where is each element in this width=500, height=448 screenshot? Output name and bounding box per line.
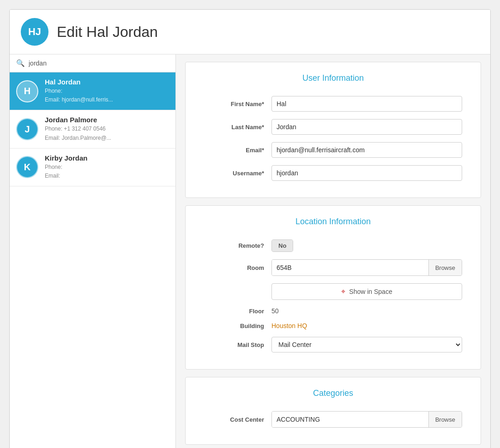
room-input[interactable]: [272, 260, 428, 275]
building-row: Building Houston HQ: [186, 318, 481, 333]
contact-avatar: K: [16, 156, 38, 178]
contact-email: Email:: [45, 172, 169, 180]
categories-section: Categories Cost Center Browse: [185, 377, 481, 445]
remote-label: Remote?: [204, 242, 264, 249]
room-input-wrap: Browse: [271, 259, 462, 276]
email-label: Email*: [204, 147, 264, 154]
mail-stop-select[interactable]: Mail Center Front Desk Reception: [271, 337, 462, 352]
location-information-section: Location Information Remote? No Room Bro…: [185, 205, 481, 370]
contact-info: Hal JordanPhone: Email: hjordan@null.fer…: [45, 78, 169, 104]
email-row: Email*: [186, 138, 481, 161]
contacts-list: HHal JordanPhone: Email: hjordan@null.fe…: [10, 72, 175, 186]
remote-row: Remote? No: [186, 236, 481, 256]
user-info-title: User Information: [186, 73, 481, 83]
last-name-label: Last Name*: [204, 124, 264, 131]
room-browse-button[interactable]: Browse: [428, 260, 462, 275]
cost-center-browse-button[interactable]: Browse: [428, 412, 462, 427]
cost-center-row: Cost Center Browse: [186, 407, 481, 431]
contact-name: Jordan Palmore: [45, 116, 169, 124]
contact-item-hal-jordan[interactable]: HHal JordanPhone: Email: hjordan@null.fe…: [10, 72, 175, 110]
contact-info: Kirby JordanPhone: Email:: [45, 154, 169, 180]
contact-avatar: H: [16, 80, 38, 102]
first-name-row: First Name*: [186, 92, 481, 115]
contact-name: Kirby Jordan: [45, 154, 169, 162]
cost-center-input[interactable]: [272, 412, 428, 427]
contact-phone: Phone:: [45, 163, 169, 172]
username-input[interactable]: [271, 165, 462, 181]
app-container: HJ Edit Hal Jordan 🔍 HHal JordanPhone: E…: [9, 9, 491, 448]
mail-stop-label: Mail Stop: [204, 341, 264, 348]
contact-item-jordan-palmore[interactable]: JJordan PalmorePhone: +1 312 407 0546Ema…: [10, 110, 175, 148]
first-name-label: First Name*: [204, 101, 264, 108]
target-icon: ⌖: [341, 287, 345, 296]
remote-toggle[interactable]: No: [271, 239, 293, 252]
user-information-section: User Information First Name* Last Name* …: [185, 62, 481, 198]
main-content: User Information First Name* Last Name* …: [176, 54, 490, 448]
contact-phone: Phone:: [45, 87, 169, 96]
username-label: Username*: [204, 170, 264, 177]
contact-info: Jordan PalmorePhone: +1 312 407 0546Emai…: [45, 116, 169, 142]
room-label: Room: [204, 264, 264, 271]
sidebar: 🔍 HHal JordanPhone: Email: hjordan@null.…: [10, 54, 176, 448]
contact-item-kirby-jordan[interactable]: KKirby JordanPhone: Email:: [10, 149, 175, 186]
contact-email: Email: hjordan@null.ferris...: [45, 96, 169, 104]
username-row: Username*: [186, 161, 481, 185]
building-value: Houston HQ: [271, 322, 307, 329]
first-name-input[interactable]: [271, 96, 462, 112]
cost-center-input-wrap: Browse: [271, 411, 462, 428]
body-layout: 🔍 HHal JordanPhone: Email: hjordan@null.…: [10, 54, 490, 448]
floor-label: Floor: [204, 308, 264, 315]
header-avatar: HJ: [21, 18, 48, 46]
contact-name: Hal Jordan: [45, 78, 169, 86]
mail-stop-row: Mail Stop Mail Center Front Desk Recepti…: [186, 333, 481, 356]
location-info-title: Location Information: [186, 217, 481, 227]
contact-email: Email: Jordan.Palmore@...: [45, 134, 169, 143]
room-row: Room Browse: [186, 256, 481, 280]
last-name-input[interactable]: [271, 119, 462, 135]
floor-row: Floor 50: [186, 304, 481, 318]
search-input[interactable]: [29, 60, 169, 67]
header: HJ Edit Hal Jordan: [10, 10, 490, 54]
search-icon: 🔍: [16, 59, 25, 67]
search-bar: 🔍: [10, 54, 175, 72]
cost-center-label: Cost Center: [204, 416, 264, 423]
show-in-space-text: Show in Space: [349, 288, 392, 295]
show-in-space-row: ⌖ Show in Space: [186, 280, 481, 304]
page-title: Edit Hal Jordan: [57, 24, 158, 41]
email-input[interactable]: [271, 142, 462, 158]
contact-phone: Phone: +1 312 407 0546: [45, 125, 169, 133]
contact-avatar: J: [16, 118, 38, 140]
building-label: Building: [204, 323, 264, 329]
last-name-row: Last Name*: [186, 115, 481, 138]
show-in-space-button[interactable]: ⌖ Show in Space: [271, 283, 462, 300]
floor-value: 50: [271, 307, 279, 315]
categories-title: Categories: [186, 388, 481, 398]
remote-no-option[interactable]: No: [272, 240, 293, 251]
